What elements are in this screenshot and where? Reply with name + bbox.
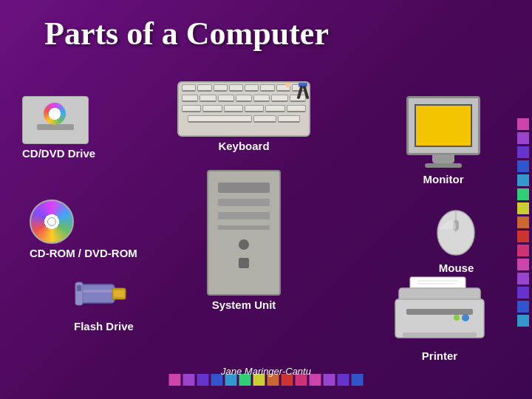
svg-rect-13 bbox=[114, 290, 124, 297]
svg-rect-24 bbox=[403, 332, 477, 337]
svg-line-3 bbox=[307, 81, 310, 83]
svg-point-6 bbox=[285, 81, 291, 87]
deco-sq-7 bbox=[517, 202, 529, 214]
deco-sq-3 bbox=[517, 146, 529, 158]
svg-rect-20 bbox=[395, 299, 484, 338]
decorative-squares bbox=[517, 118, 532, 327]
mouse-label: Mouse bbox=[432, 262, 480, 274]
keyboard-item: Keyboard bbox=[177, 81, 310, 152]
svg-line-5 bbox=[304, 87, 307, 98]
monitor-image bbox=[406, 96, 480, 170]
person-figure bbox=[279, 81, 310, 101]
svg-rect-1 bbox=[299, 81, 307, 87]
system-unit-item: System Unit bbox=[207, 170, 281, 311]
cddvd-drive-image bbox=[22, 96, 89, 144]
deco-sq-8 bbox=[517, 216, 529, 228]
keyboard-image bbox=[177, 81, 310, 137]
flash-drive-label: Flash Drive bbox=[74, 320, 134, 332]
slide: Parts of a Computer CD/DVD Drive bbox=[0, 0, 532, 399]
deco-sq-6 bbox=[517, 188, 529, 200]
mouse-item: Mouse bbox=[432, 200, 480, 274]
printer-label: Printer bbox=[392, 349, 488, 362]
page-title: Parts of a Computer bbox=[44, 15, 329, 52]
deco-sq-12 bbox=[517, 273, 529, 284]
deco-sq-14 bbox=[517, 301, 529, 313]
svg-rect-15 bbox=[77, 285, 81, 291]
cdrom-item: CD-ROM / DVD-ROM bbox=[30, 200, 137, 259]
printer-image bbox=[392, 273, 488, 344]
cdrom-image bbox=[30, 200, 74, 244]
monitor-label: Monitor bbox=[406, 173, 480, 185]
svg-point-22 bbox=[462, 314, 469, 321]
keyboard-label: Keyboard bbox=[177, 140, 310, 152]
bottom-sq-14 bbox=[352, 374, 364, 386]
deco-sq-1 bbox=[517, 118, 529, 130]
system-unit-image bbox=[207, 170, 281, 296]
deco-sq-2 bbox=[517, 132, 529, 144]
flash-drive-item: Flash Drive bbox=[74, 273, 134, 332]
deco-sq-11 bbox=[517, 259, 529, 270]
deco-sq-13 bbox=[517, 287, 529, 299]
svg-line-4 bbox=[299, 87, 301, 98]
deco-sq-10 bbox=[517, 245, 529, 256]
cddvd-drive-label: CD/DVD Drive bbox=[22, 147, 95, 160]
flash-drive-image bbox=[74, 273, 133, 314]
bottom-sq-1 bbox=[169, 374, 181, 386]
bottom-sq-2 bbox=[183, 374, 195, 386]
bottom-sq-13 bbox=[338, 374, 349, 386]
system-unit-label: System Unit bbox=[207, 299, 281, 311]
cddvd-drive-item: CD/DVD Drive bbox=[22, 96, 95, 160]
deco-sq-15 bbox=[517, 315, 529, 327]
cdrom-label: CD-ROM / DVD-ROM bbox=[30, 247, 137, 259]
bottom-sq-12 bbox=[324, 374, 335, 386]
mouse-image bbox=[432, 200, 480, 259]
monitor-item: Monitor bbox=[406, 96, 480, 185]
deco-sq-9 bbox=[517, 231, 529, 242]
footer-credit: Jane Maringer-Cantu bbox=[221, 366, 311, 377]
printer-item: Printer bbox=[392, 273, 488, 362]
svg-rect-21 bbox=[406, 309, 473, 315]
deco-sq-4 bbox=[517, 160, 529, 172]
bottom-sq-3 bbox=[197, 374, 209, 386]
deco-sq-5 bbox=[517, 174, 529, 186]
svg-point-23 bbox=[454, 315, 460, 321]
